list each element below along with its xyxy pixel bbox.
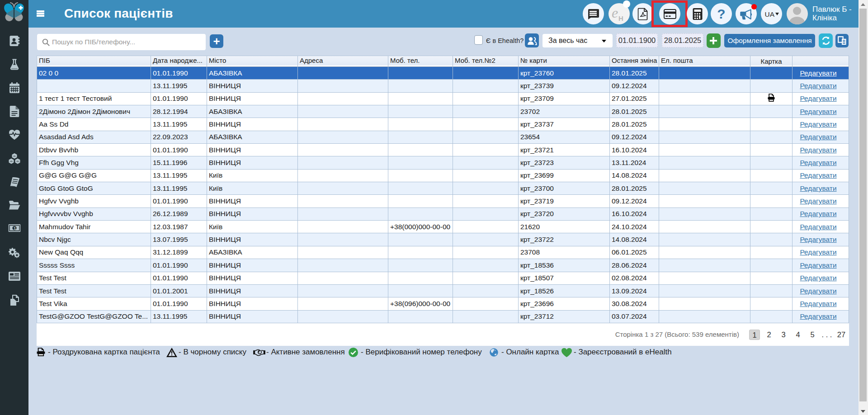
svg-text:H: H: [618, 14, 623, 22]
svg-text:1: 1: [13, 226, 16, 231]
svg-text:e: e: [612, 6, 618, 21]
